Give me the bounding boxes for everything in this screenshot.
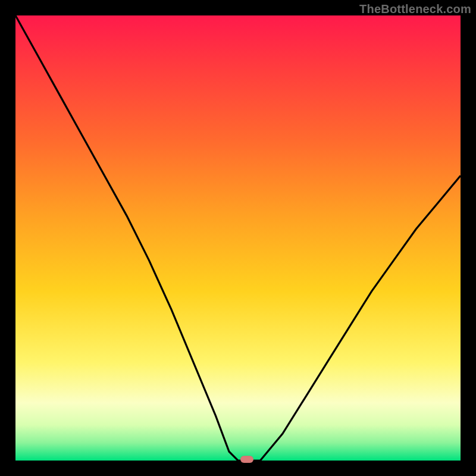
- chart-plot-area: [15, 15, 461, 461]
- bottleneck-curve: [15, 15, 461, 461]
- watermark-text: TheBottleneck.com: [359, 2, 471, 16]
- bottleneck-curve-path: [15, 15, 461, 461]
- chart-frame: TheBottleneck.com: [0, 0, 476, 476]
- optimal-marker: [240, 456, 253, 463]
